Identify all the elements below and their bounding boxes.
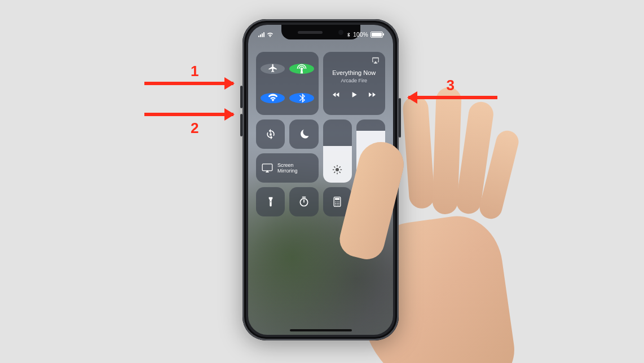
- bluetooth-toggle[interactable]: [289, 93, 314, 103]
- volume-icon: [365, 165, 376, 177]
- airplane-mode-toggle[interactable]: [261, 64, 285, 74]
- previous-track-button[interactable]: [332, 90, 341, 101]
- calculator-button[interactable]: [323, 187, 352, 216]
- status-bar: 100%: [248, 29, 393, 39]
- flashlight-button[interactable]: [256, 187, 285, 216]
- control-center: Everything Now Arcade Fire Screen Mirror…: [256, 52, 385, 307]
- svg-point-18: [335, 203, 336, 204]
- svg-rect-14: [335, 198, 339, 200]
- screen-mirroring-icon: [262, 163, 273, 172]
- arrow-left-icon: [408, 96, 497, 99]
- battery-icon: [370, 32, 383, 38]
- brightness-icon: [332, 165, 342, 177]
- calculator-icon: [332, 196, 343, 207]
- annotation-arrow-2: 2: [144, 113, 233, 116]
- svg-point-23: [338, 205, 339, 206]
- svg-line-6: [334, 167, 335, 167]
- flashlight-icon: [265, 196, 276, 207]
- screen-mirroring-button[interactable]: Screen Mirroring: [256, 153, 319, 183]
- next-track-button[interactable]: [368, 90, 377, 101]
- now-playing-artist: Arcade Fire: [341, 78, 367, 83]
- timer-button[interactable]: [289, 187, 318, 216]
- svg-line-8: [334, 172, 335, 172]
- volume-up-button[interactable]: [240, 86, 242, 108]
- connectivity-panel: [256, 52, 319, 115]
- airplane-icon: [268, 64, 278, 74]
- orientation-lock-icon: [265, 129, 276, 140]
- bluetooth-icon: [346, 32, 351, 37]
- arrow-right-icon: [144, 113, 233, 116]
- now-playing-panel[interactable]: Everything Now Arcade Fire: [323, 52, 386, 115]
- svg-line-9: [339, 167, 340, 167]
- wifi-icon: [267, 32, 274, 37]
- moon-icon: [298, 129, 310, 140]
- svg-point-19: [337, 203, 338, 204]
- svg-point-21: [335, 205, 336, 206]
- svg-line-7: [339, 172, 340, 172]
- annotation-arrow-3: 3: [408, 96, 497, 99]
- timer-icon: [298, 196, 310, 207]
- svg-point-1: [336, 168, 339, 171]
- cellular-signal-icon: [258, 32, 264, 37]
- side-power-button[interactable]: [399, 98, 401, 138]
- annotation-label-1: 1: [191, 63, 199, 80]
- phone-screen: 100%: [248, 25, 393, 335]
- svg-point-20: [338, 203, 339, 204]
- iphone-frame: 100%: [242, 19, 399, 340]
- annotation-label-2: 2: [191, 119, 199, 137]
- svg-point-22: [337, 205, 338, 206]
- camera-icon: [365, 196, 376, 207]
- camera-button[interactable]: [356, 187, 385, 216]
- airplay-icon[interactable]: [372, 56, 380, 67]
- annotation-arrow-1: 1: [144, 82, 233, 85]
- do-not-disturb-toggle[interactable]: [289, 119, 318, 149]
- svg-point-17: [338, 201, 339, 202]
- brightness-slider[interactable]: [323, 119, 352, 183]
- svg-point-15: [335, 201, 336, 202]
- now-playing-title: Everything Now: [332, 69, 376, 76]
- home-indicator[interactable]: [290, 329, 352, 331]
- wifi-icon: [268, 93, 278, 103]
- volume-down-button[interactable]: [240, 114, 242, 136]
- play-button[interactable]: [350, 90, 359, 101]
- volume-slider[interactable]: [356, 119, 385, 183]
- cellular-data-toggle[interactable]: [289, 64, 314, 74]
- annotation-label-3: 3: [447, 77, 455, 94]
- arrow-right-icon: [144, 82, 233, 85]
- svg-rect-0: [262, 164, 272, 171]
- orientation-lock-toggle[interactable]: [256, 119, 285, 149]
- wifi-toggle[interactable]: [261, 93, 285, 103]
- cellular-antenna-icon: [297, 64, 307, 74]
- svg-point-16: [337, 201, 338, 202]
- screen-mirroring-label: Screen Mirroring: [277, 162, 298, 174]
- bluetooth-icon: [297, 93, 307, 103]
- battery-percent-text: 100%: [353, 32, 368, 38]
